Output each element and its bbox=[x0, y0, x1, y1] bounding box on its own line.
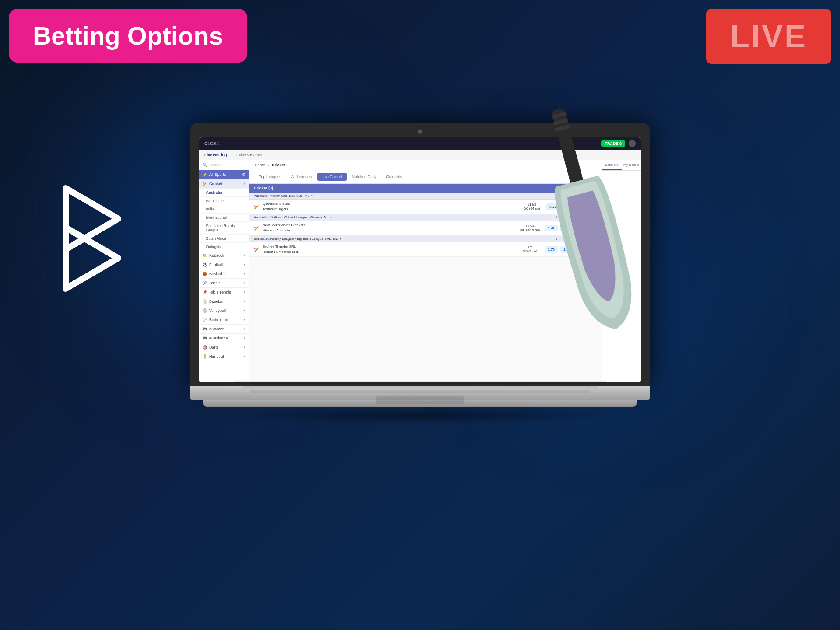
tab-matches-daily[interactable]: Matches Daily bbox=[347, 173, 381, 181]
top-banner: Betting Options LIVE bbox=[9, 9, 831, 64]
search-icon: 🔍 bbox=[203, 163, 207, 167]
esoccer-icon: 🎮 bbox=[203, 327, 207, 331]
sidebar-sub-outrights[interactable]: Outrights bbox=[199, 243, 249, 251]
breadcrumb-current: Cricket bbox=[272, 163, 285, 167]
baseball-chevron: ▾ bbox=[244, 300, 245, 303]
league-srl-name: Simulated Reality League › Big Bash Leag… bbox=[254, 237, 338, 241]
page-title: Betting Options bbox=[33, 21, 223, 50]
cricket-section-title: Cricket (3) bbox=[254, 186, 273, 190]
match-score-queensland: 112/8 0/0 (34 ov) bbox=[520, 203, 544, 210]
all-sports-icon: ⚡ bbox=[203, 172, 207, 177]
nav-live-betting[interactable]: Live Betting bbox=[204, 153, 227, 157]
betting-options-badge: Betting Options bbox=[9, 9, 247, 63]
tab-top-leagues[interactable]: Top Leagues bbox=[255, 173, 286, 181]
cricket-match-icon-2: 🏏 bbox=[254, 226, 260, 231]
table-tennis-chevron: ▾ bbox=[244, 290, 245, 294]
sidebar-item-volleyball[interactable]: 🏐 Volleyball ▾ bbox=[199, 306, 249, 315]
sidebar-item-ebasketball[interactable]: 🎮 eBasketball ▾ bbox=[199, 334, 249, 343]
search-placeholder: Search bbox=[209, 163, 222, 167]
sidebar: 🔍 Search ⚡ All Sports ⚙ bbox=[199, 160, 249, 382]
kabaddi-chevron: ▾ bbox=[244, 254, 245, 257]
nav-todays-events[interactable]: Today's Events bbox=[236, 153, 262, 157]
cricket-chevron: ▾ bbox=[244, 182, 245, 186]
handball-icon: 🤾 bbox=[203, 354, 207, 359]
my-bets-count: 0 bbox=[637, 163, 639, 167]
badminton-icon: 🏸 bbox=[203, 318, 207, 322]
match-row-sydney: 🏏 Sydney Thunder SRL Hobart Hurricanes S… bbox=[249, 242, 602, 257]
sidebar-item-handball[interactable]: 🤾 Handball ▾ bbox=[199, 352, 249, 361]
tab-all-leagues[interactable]: All Leagues bbox=[287, 173, 316, 181]
badminton-chevron: ▾ bbox=[244, 318, 245, 322]
table-tennis-icon: 🏓 bbox=[203, 290, 207, 294]
football-icon: ⚽ bbox=[203, 262, 207, 267]
cricket-match-icon-1: 🏏 bbox=[254, 204, 260, 209]
laptop-keyboard-area bbox=[190, 386, 650, 400]
betslip-count: 0 bbox=[616, 163, 618, 167]
match-score-sydney: 9/0 3/0 (1 ov) bbox=[518, 245, 542, 253]
league-row-srl[interactable]: Simulated Reality League › Big Bash Leag… bbox=[249, 235, 602, 242]
all-sports-label: All Sports bbox=[209, 172, 226, 177]
tennis-icon: 🎾 bbox=[203, 281, 207, 285]
svg-line-5 bbox=[66, 258, 118, 289]
esoccer-label: eSoccer bbox=[209, 327, 224, 331]
live-label: LIVE bbox=[730, 19, 807, 54]
sidebar-item-tennis[interactable]: 🎾 Tennis ▾ bbox=[199, 279, 249, 288]
volleyball-chevron: ▾ bbox=[244, 309, 245, 312]
sidebar-sub-south-africa[interactable]: South Africa bbox=[199, 234, 249, 243]
kabaddi-icon: 🤼 bbox=[203, 253, 207, 258]
football-label: Football bbox=[209, 262, 223, 267]
sidebar-item-darts[interactable]: 🎯 Darts ▾ bbox=[199, 343, 249, 352]
cricket-match-icon-3: 🏏 bbox=[254, 247, 260, 252]
laptop-shadow bbox=[223, 407, 617, 424]
league-marsh-name: Australia › Marsh One-Day Cup: ML bbox=[254, 194, 309, 198]
breadcrumb-home: Home bbox=[255, 163, 265, 167]
ebasketball-chevron: ▾ bbox=[244, 336, 245, 340]
my-bets-label: My Bets bbox=[623, 163, 636, 167]
darts-icon: 🎯 bbox=[203, 345, 207, 350]
sidebar-item-all-sports[interactable]: ⚡ All Sports ⚙ bbox=[199, 170, 249, 179]
match-teams-queensland: Queensland Bulls Tasmania Tigers bbox=[262, 201, 517, 212]
league-ncl-name: Australia › National Cricket League, Wom… bbox=[254, 215, 329, 219]
sidebar-item-cricket[interactable]: 🏏 Cricket ▾ bbox=[199, 179, 249, 189]
tennis-label: Tennis bbox=[209, 281, 220, 285]
sidebar-item-baseball[interactable]: ⚾ Baseball ▾ bbox=[199, 297, 249, 306]
avatar-icon bbox=[629, 140, 636, 147]
laptop-camera bbox=[418, 130, 422, 134]
sidebar-sub-australia[interactable]: Australia bbox=[199, 189, 249, 197]
sidebar-sub-india[interactable]: India bbox=[199, 205, 249, 214]
sidebar-item-football[interactable]: ⚽ Football ▾ bbox=[199, 260, 249, 270]
handball-chevron: ▾ bbox=[244, 355, 245, 358]
search-box[interactable]: 🔍 Search bbox=[199, 160, 249, 170]
league-ncl-chevron: ▾ bbox=[330, 216, 332, 219]
sidebar-item-badminton[interactable]: 🏸 Badminton ▾ bbox=[199, 315, 249, 325]
basketball-icon: 🏀 bbox=[203, 272, 207, 276]
sidebar-item-table-tennis[interactable]: 🏓 Table Tennis ▾ bbox=[199, 288, 249, 297]
laptop-touchpad bbox=[376, 396, 464, 404]
ebasketball-icon: 🎮 bbox=[203, 336, 207, 340]
darts-label: Darts bbox=[209, 345, 219, 350]
sidebar-sub-international[interactable]: International bbox=[199, 214, 249, 222]
cricket-label: Cricket bbox=[209, 182, 223, 186]
tab-live-cricket[interactable]: Live Cricket bbox=[317, 173, 346, 181]
sidebar-item-basketball[interactable]: 🏀 Basketball ▾ bbox=[199, 270, 249, 279]
my-bets-button[interactable]: My Bets 0 bbox=[622, 160, 641, 170]
sidebar-item-esoccer[interactable]: 🎮 eSoccer ▾ bbox=[199, 325, 249, 334]
arrow-logo bbox=[57, 184, 127, 308]
badminton-label: Badminton bbox=[209, 318, 228, 322]
tennis-chevron: ▾ bbox=[244, 281, 245, 285]
handball-label: Handball bbox=[209, 354, 225, 359]
tab-outrights[interactable]: Outrights bbox=[382, 173, 406, 181]
svg-line-2 bbox=[66, 188, 118, 219]
match-teams-nsw: New South Wales Breakers Western Austral… bbox=[262, 223, 515, 233]
basketball-chevron: ▾ bbox=[244, 272, 245, 276]
close-button[interactable]: CLOSE bbox=[204, 141, 219, 146]
football-chevron: ▾ bbox=[244, 263, 245, 266]
sidebar-item-kabaddi[interactable]: 🤼 Kabaddi ▾ bbox=[199, 251, 249, 260]
ebasketball-label: eBasketball bbox=[209, 336, 230, 340]
volleyball-label: Volleyball bbox=[209, 308, 226, 313]
sidebar-sub-srl[interactable]: Simulated Reality League bbox=[199, 222, 249, 234]
baseball-icon: ⚾ bbox=[203, 299, 207, 304]
sidebar-sub-west-indies[interactable]: West Indies bbox=[199, 197, 249, 205]
baseball-label: Baseball bbox=[209, 299, 224, 304]
volleyball-icon: 🏐 bbox=[203, 308, 207, 313]
